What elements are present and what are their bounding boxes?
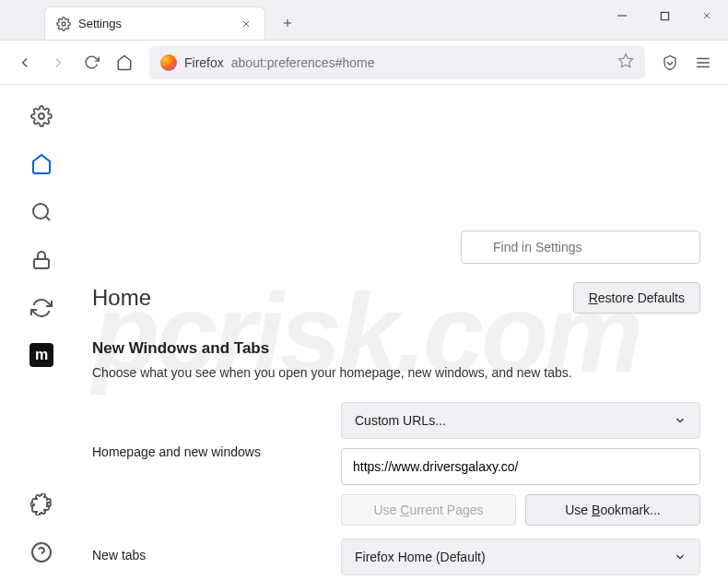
- tab-title: Settings: [78, 17, 239, 30]
- window-controls: [601, 0, 728, 41]
- sidebar: m: [0, 85, 83, 580]
- settings-search-input[interactable]: [461, 231, 700, 264]
- restore-defaults-button[interactable]: Restore Defaults: [573, 282, 700, 314]
- back-button[interactable]: [9, 47, 41, 78]
- chevron-down-icon: [674, 550, 687, 563]
- url-identity: Firefox: [184, 55, 224, 70]
- content-area: m pcrisk.com Home Restore Defaults New W…: [0, 85, 728, 580]
- sidebar-item-privacy[interactable]: [29, 247, 54, 273]
- forward-button[interactable]: [42, 47, 74, 78]
- section-heading: New Windows and Tabs: [92, 339, 700, 358]
- svg-rect-6: [661, 12, 668, 19]
- sidebar-item-extensions[interactable]: [29, 491, 54, 517]
- chevron-down-icon: [674, 414, 687, 427]
- main-panel: pcrisk.com Home Restore Defaults New Win…: [83, 85, 728, 580]
- bookmark-star-icon[interactable]: [617, 53, 634, 73]
- sidebar-item-mozilla[interactable]: m: [29, 343, 53, 367]
- firefox-icon: [160, 54, 177, 71]
- minimize-button[interactable]: [601, 0, 643, 31]
- homepage-label: Homepage and new windows: [92, 402, 323, 459]
- homepage-url-input[interactable]: [341, 448, 700, 485]
- reload-button[interactable]: [76, 47, 107, 78]
- homepage-select[interactable]: Custom URLs...: [341, 402, 700, 439]
- titlebar: Settings: [0, 0, 728, 41]
- close-window-button[interactable]: [686, 0, 728, 31]
- browser-tab[interactable]: Settings: [44, 6, 265, 40]
- sidebar-item-general[interactable]: [29, 103, 54, 129]
- svg-marker-9: [619, 53, 633, 66]
- new-tab-button[interactable]: [273, 8, 302, 38]
- svg-point-13: [39, 113, 44, 119]
- sidebar-item-help[interactable]: [29, 539, 54, 565]
- newtabs-select[interactable]: Firefox Home (Default): [341, 539, 700, 575]
- svg-rect-16: [34, 259, 49, 268]
- sidebar-item-search[interactable]: [29, 199, 54, 225]
- sidebar-item-home[interactable]: [29, 151, 54, 177]
- svg-point-14: [33, 204, 48, 219]
- use-bookmark-button[interactable]: Use Bookmark...: [525, 494, 700, 526]
- svg-point-0: [62, 22, 65, 26]
- gear-icon: [56, 17, 71, 31]
- sidebar-item-sync[interactable]: [29, 295, 54, 321]
- url-text: about:preferences#home: [231, 55, 610, 70]
- maximize-button[interactable]: [643, 0, 686, 31]
- newtabs-label: New tabs: [92, 539, 323, 562]
- pocket-button[interactable]: [654, 47, 686, 78]
- toolbar: Firefox about:preferences#home: [0, 41, 728, 85]
- tab-close-button[interactable]: [239, 17, 253, 31]
- home-button[interactable]: [109, 47, 140, 78]
- app-menu-button[interactable]: [687, 47, 719, 78]
- url-bar[interactable]: Firefox about:preferences#home: [149, 46, 645, 79]
- section-description: Choose what you see when you open your h…: [92, 365, 700, 380]
- use-current-pages-button[interactable]: Use Current Pages: [341, 494, 516, 526]
- svg-line-15: [46, 217, 50, 220]
- page-title: Home: [92, 285, 151, 311]
